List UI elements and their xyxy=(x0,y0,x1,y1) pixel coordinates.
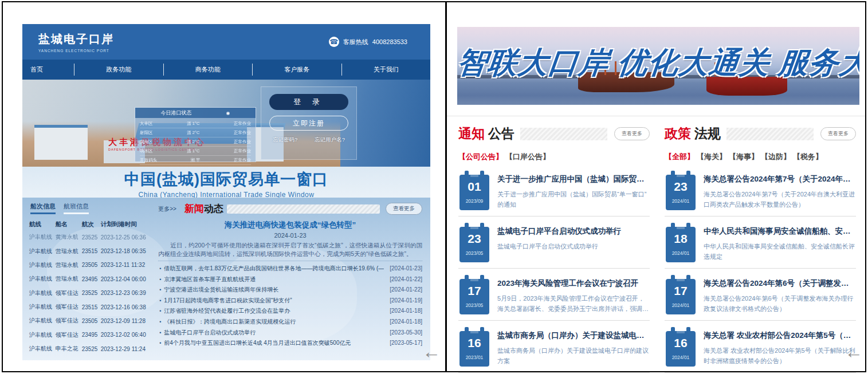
news-list-item[interactable]: •前4个月我与中亚五国进出口增长近4成 4月当月进出口值首次突破500亿元[20… xyxy=(158,338,422,349)
schedule-panel: 船次信息航班信息 航线船名航次计划到港时间 沪丰航线黄海永航235252023-… xyxy=(28,202,149,360)
port-status-cell: 大丰区 xyxy=(140,119,153,128)
policies-more-button[interactable]: 查看更多 xyxy=(820,127,856,140)
news-item-title: 《科技日报》：跨境电商出口新渠道实现规模化运行 xyxy=(164,317,384,327)
news-list-item[interactable]: •借助互联网，去年1.83万亿元产品由我国销往世界各地——跨境电商出口增长19.… xyxy=(158,263,422,274)
register-button[interactable]: 立即注册 xyxy=(269,116,348,131)
policy-filter-1[interactable]: 【海关】 xyxy=(697,152,726,161)
news-item-title: 盐城电子口岸平台启动仪式成功举行 xyxy=(164,328,384,338)
policy-entry-text: 海关总署公告2024年第7号（关于2024年自澳大利亚进口两…海关总署公告202… xyxy=(704,171,856,210)
policy-entry[interactable]: 162024/01海关总署 农业农村部公告2024年第5号（关于解除比利时非…海… xyxy=(665,321,856,373)
calendar-date-icon: 172023/05 xyxy=(459,279,489,314)
calendar-pin-icon xyxy=(480,275,484,283)
notice-entry-desc: 盐城电子口岸平台启动仪式成功举行 xyxy=(497,241,650,251)
schedule-more-link[interactable]: 更多>> xyxy=(158,205,176,213)
nav-item-3[interactable]: 客户服务 xyxy=(253,60,341,80)
policy-filter-0[interactable]: 【全部】 xyxy=(665,152,694,161)
nav-item-4[interactable]: 关于我们 xyxy=(342,60,431,80)
back-arrow-icon[interactable]: ← xyxy=(422,342,441,361)
nav-item-2[interactable]: 商务功能 xyxy=(164,60,253,80)
site-logo[interactable]: 盐城电子口岸 YANCHENG ELECTRONIC PORT xyxy=(38,32,114,53)
nav-item-1[interactable]: 政务功能 xyxy=(74,60,163,80)
schedule-cell: 2023-12-18 06:35 xyxy=(100,244,149,258)
calendar-notch xyxy=(470,279,478,281)
calendar-pin-icon xyxy=(480,327,484,335)
tab-flight-info[interactable]: 航班信息 xyxy=(64,202,89,214)
table-row[interactable]: 沪丰航线营瑞永航235152023-12-18 06:35 xyxy=(28,244,149,258)
table-row[interactable]: 沪丰航线领军佳达235152023-12-16 06:38 xyxy=(28,300,149,314)
notice-filter-0[interactable]: 【公司公告】 xyxy=(458,152,503,161)
featured-news-body: 近日，约200个可循环使用的快递箱在深圳开启了首次“低碳之旅”，这些快递箱从位于… xyxy=(158,241,422,261)
policy-entry-desc: 海关总署 农业农村部公告2024年第5号（关于解除比利时非洲猪瘟疫情禁令的公告） xyxy=(704,345,856,366)
news-list-item[interactable]: •江苏省驻海外经贸代表处履行工作交流会在盐举办[2024-01-18] xyxy=(158,306,422,317)
notice-entry-desc: 盐城市商务局（口岸办）关于建设盐城电子口岸的建议方案 xyxy=(497,345,650,366)
schedule-cell: 23515 xyxy=(81,300,100,314)
table-row[interactable]: 沪丰航线营瑞永航235052023-12-11 11:32 xyxy=(28,258,149,272)
back-arrow-icon[interactable]: ← xyxy=(845,342,863,361)
table-row[interactable]: 沪丰航线黄海永航235252023-12-25 06:36 xyxy=(28,230,149,244)
notice-entry[interactable]: 012023/09关于进一步推广应用中国（盐城）国际贸易“单一窗口”的通…关于进… xyxy=(458,164,650,216)
schedule-cell: 领军佳达 xyxy=(54,300,81,314)
policy-entry-desc: 海关总署公告2024年第7号（关于2024年自澳大利亚进口两类农产品触发水平数量… xyxy=(704,189,856,210)
nav-item-0[interactable]: 首页 xyxy=(22,60,74,80)
news-header: 更多>> 新闻 动态 查看更多 xyxy=(158,202,422,215)
hotline-number: 4008283533 xyxy=(372,38,407,45)
notice-entry[interactable]: 232023/05盐城电子口岸平台启动仪式成功举行盐城电子口岸平台启动仪式成功举… xyxy=(458,216,650,269)
notices-more-button[interactable]: 查看更多 xyxy=(614,127,650,140)
schedule-cell: 沪丰航线 xyxy=(28,300,54,314)
bullet-icon: • xyxy=(159,285,161,296)
calendar-day: 01 xyxy=(459,180,489,194)
news-list: •借助互联网，去年1.83万亿元产品由我国销往世界各地——跨境电商出口增长19.… xyxy=(158,263,422,349)
notice-filter-1[interactable]: 【口岸公告】 xyxy=(505,152,550,161)
policy-entry[interactable]: 182024/01中华人民共和国海事局安全诚信船舶、安全诚信船长评选规定中华人民… xyxy=(665,216,856,269)
table-row[interactable]: 沪丰航线领军佳达235052023-12-09 11:28 xyxy=(28,314,149,328)
news-list-item[interactable]: •京津冀地区首条车厘子直航航线开通[2024-01-22] xyxy=(158,274,422,285)
news-list-item[interactable]: •宁波空港进出境全货机运输连续两年保持增长[2024-01-22] xyxy=(158,285,422,296)
news-more-button[interactable]: 查看更多 xyxy=(386,203,422,215)
table-row[interactable]: 沪丰航线营瑞永航234952023-12-04 06:00 xyxy=(28,272,149,286)
policy-filter-2[interactable]: 【海事】 xyxy=(729,152,759,161)
table-row[interactable]: 沪丰航线领军佳达235252023-12-23 06:39 xyxy=(28,286,149,300)
forgot-password-link[interactable]: 忘记密码? xyxy=(273,136,297,144)
calendar-pin-icon xyxy=(480,171,484,179)
schedule-cell: 2023-12-16 06:38 xyxy=(100,300,149,314)
login-button[interactable]: 登 录 xyxy=(269,94,348,110)
news-list-item[interactable]: •1月17日起跨境电商零售进口税款实现全国“秒支付”[2024-01-19] xyxy=(158,296,422,306)
notice-entry[interactable]: 172023/052023年海关风险管理工作会议在宁波召开5月9日，2023年海… xyxy=(458,269,650,321)
notice-entry-title[interactable]: 关于进一步推广应用中国（盐城）国际贸易“单一窗口”的通… xyxy=(497,174,650,185)
status-expand-icon[interactable]: ◉ xyxy=(226,111,230,116)
port-status-cell: 正常作业 xyxy=(234,128,251,137)
table-row[interactable]: 沪丰航线领军佳达234952023-12-02 06:40 xyxy=(28,328,149,342)
policy-entry-title[interactable]: 中华人民共和国海事局安全诚信船舶、安全诚信船长评选规定 xyxy=(704,226,856,237)
news-item-title: 宁波空港进出境全货机运输连续两年保持增长 xyxy=(164,285,384,295)
notice-entry[interactable]: 162023/01盐城市商务局（口岸办）关于建设盐城电子口岸的建议方案盐城市商务… xyxy=(458,321,650,373)
port-status-cell: 潮 平 xyxy=(190,156,200,164)
schedule-cell: 营瑞永航 xyxy=(54,244,81,258)
policy-entry-title[interactable]: 海关总署 农业农村部公告2024年第5号（关于解除比利时非… xyxy=(704,330,856,341)
policy-entry-title[interactable]: 海关总署公告2024年第7号（关于2024年自澳大利亚进口两… xyxy=(704,174,856,185)
calendar-notch xyxy=(677,175,685,177)
policy-filter-3[interactable]: 【边防】 xyxy=(761,152,791,161)
port-status-cell: 正常作业 xyxy=(234,137,251,146)
notice-entry-text: 关于进一步推广应用中国（盐城）国际贸易“单一窗口”的通…关于进一步推广应用中国（… xyxy=(497,171,650,210)
calendar-year-month: 2024/01 xyxy=(666,198,696,204)
policies-filters: 【全部】【海关】【海事】【边防】【税务】 xyxy=(665,152,856,162)
policy-entry[interactable]: 172024/01海关总署公告2024年第6号（关于调整发布海关办理行政复议…海… xyxy=(665,269,856,321)
forgot-username-link[interactable]: 忘记用户名? xyxy=(315,136,345,144)
featured-news-title[interactable]: 海关推进电商快递包装促成“绿色转型” xyxy=(158,220,422,230)
port-status-widget: 今日港口状态 ◉ 大丰区温 1°C正常作业射阳区温 2°C正常作业滨海区温 2°… xyxy=(135,107,256,162)
table-row[interactable]: 沪丰航线申丰之花235252023-12-29 11:24 xyxy=(28,342,149,356)
banner-slogan-text: 智联大口岸 优化大通关 服务大开放 xyxy=(457,43,859,83)
news-list-item[interactable]: •《科技日报》：跨境电商出口新渠道实现规模化运行[2024-01-18] xyxy=(158,317,422,328)
calendar-pin-icon xyxy=(671,171,675,179)
policy-entry-title[interactable]: 海关总署公告2024年第6号（关于调整发布海关办理行政复议… xyxy=(704,278,856,289)
notice-entry-title[interactable]: 2023年海关风险管理工作会议在宁波召开 xyxy=(497,278,650,289)
policy-entry[interactable]: 232024/01海关总署公告2024年第7号（关于2024年自澳大利亚进口两…… xyxy=(665,164,856,216)
news-list-item[interactable]: •盐城电子口岸平台启动仪式成功举行[2023-05-30] xyxy=(158,328,422,338)
tab-ship-info[interactable]: 船次信息 xyxy=(30,202,56,214)
main-nav: 首页政务功能商务功能客户服务关于我们 xyxy=(22,60,430,80)
notice-entry-title[interactable]: 盐城电子口岸平台启动仪式成功举行 xyxy=(497,226,650,237)
policy-entry-text: 海关总署 农业农村部公告2024年第5号（关于解除比利时非…海关总署 农业农村部… xyxy=(704,328,856,367)
news-item-title: 前4个月我与中亚五国进出口增长近4成 4月当月进出口值首次突破500亿元 xyxy=(164,338,384,348)
policy-filter-4[interactable]: 【税务】 xyxy=(793,152,823,161)
notice-entry-title[interactable]: 盐城市商务局（口岸办）关于建设盐城电子口岸的建议方案 xyxy=(497,330,650,341)
